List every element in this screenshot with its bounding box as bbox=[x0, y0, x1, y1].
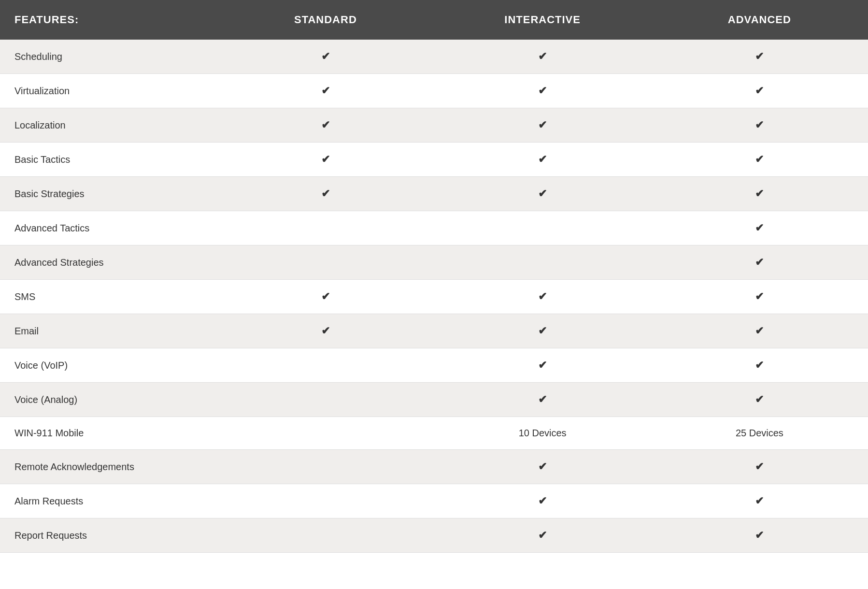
check-icon: ✔ bbox=[755, 325, 764, 337]
check-icon: ✔ bbox=[538, 153, 547, 165]
standard-cell bbox=[217, 450, 434, 484]
feature-name: WIN-911 Mobile bbox=[0, 417, 217, 450]
check-icon: ✔ bbox=[538, 187, 547, 200]
feature-name: Voice (Analog) bbox=[0, 383, 217, 417]
header-advanced: ADVANCED bbox=[651, 0, 868, 40]
interactive-cell: ✔ bbox=[434, 518, 651, 553]
table-row: WIN-911 Mobile10 Devices25 Devices bbox=[0, 417, 868, 450]
feature-name: Localization bbox=[0, 108, 217, 143]
table-row: Basic Tactics✔✔✔ bbox=[0, 143, 868, 177]
check-icon: ✔ bbox=[755, 495, 764, 507]
header-standard: STANDARD bbox=[217, 0, 434, 40]
interactive-cell: ✔ bbox=[434, 40, 651, 74]
features-table-container: FEATURES: STANDARD INTERACTIVE ADVANCED … bbox=[0, 0, 868, 589]
feature-name: Basic Strategies bbox=[0, 177, 217, 211]
check-icon: ✔ bbox=[321, 187, 330, 200]
standard-cell: ✔ bbox=[217, 40, 434, 74]
feature-name: Remote Acknowledgements bbox=[0, 450, 217, 484]
feature-name: SMS bbox=[0, 280, 217, 314]
check-icon: ✔ bbox=[538, 359, 547, 371]
standard-cell bbox=[217, 518, 434, 553]
check-icon: ✔ bbox=[755, 85, 764, 97]
advanced-cell: ✔ bbox=[651, 74, 868, 108]
check-icon: ✔ bbox=[321, 153, 330, 165]
check-icon: ✔ bbox=[538, 325, 547, 337]
check-icon: ✔ bbox=[755, 187, 764, 200]
interactive-cell: ✔ bbox=[434, 280, 651, 314]
table-row: Virtualization✔✔✔ bbox=[0, 74, 868, 108]
check-icon: ✔ bbox=[321, 325, 330, 337]
features-table: FEATURES: STANDARD INTERACTIVE ADVANCED … bbox=[0, 0, 868, 553]
table-row: Basic Strategies✔✔✔ bbox=[0, 177, 868, 211]
standard-cell: ✔ bbox=[217, 74, 434, 108]
check-icon: ✔ bbox=[538, 119, 547, 131]
standard-cell bbox=[217, 245, 434, 280]
check-icon: ✔ bbox=[538, 85, 547, 97]
table-header-row: FEATURES: STANDARD INTERACTIVE ADVANCED bbox=[0, 0, 868, 40]
interactive-cell: ✔ bbox=[434, 314, 651, 348]
check-icon: ✔ bbox=[755, 359, 764, 371]
table-row: Localization✔✔✔ bbox=[0, 108, 868, 143]
interactive-cell: ✔ bbox=[434, 348, 651, 383]
advanced-cell: ✔ bbox=[651, 245, 868, 280]
table-row: SMS✔✔✔ bbox=[0, 280, 868, 314]
advanced-cell: ✔ bbox=[651, 314, 868, 348]
standard-cell: ✔ bbox=[217, 280, 434, 314]
feature-name: Advanced Strategies bbox=[0, 245, 217, 280]
check-icon: ✔ bbox=[755, 119, 764, 131]
check-icon: ✔ bbox=[538, 290, 547, 302]
header-interactive: INTERACTIVE bbox=[434, 0, 651, 40]
feature-name: Voice (VoIP) bbox=[0, 348, 217, 383]
interactive-cell: ✔ bbox=[434, 484, 651, 518]
table-row: Email✔✔✔ bbox=[0, 314, 868, 348]
standard-cell bbox=[217, 484, 434, 518]
feature-name: Alarm Requests bbox=[0, 484, 217, 518]
standard-cell: ✔ bbox=[217, 143, 434, 177]
standard-cell bbox=[217, 383, 434, 417]
feature-name: Scheduling bbox=[0, 40, 217, 74]
table-row: Report Requests✔✔ bbox=[0, 518, 868, 553]
advanced-cell: ✔ bbox=[651, 348, 868, 383]
check-icon: ✔ bbox=[755, 50, 764, 62]
check-icon: ✔ bbox=[538, 50, 547, 62]
check-icon: ✔ bbox=[755, 153, 764, 165]
header-features: FEATURES: bbox=[0, 0, 217, 40]
check-icon: ✔ bbox=[321, 290, 330, 302]
interactive-cell bbox=[434, 245, 651, 280]
interactive-cell bbox=[434, 211, 651, 245]
standard-cell: ✔ bbox=[217, 108, 434, 143]
standard-cell bbox=[217, 348, 434, 383]
advanced-cell: ✔ bbox=[651, 280, 868, 314]
feature-name: Advanced Tactics bbox=[0, 211, 217, 245]
check-icon: ✔ bbox=[538, 495, 547, 507]
check-icon: ✔ bbox=[538, 529, 547, 541]
standard-cell: ✔ bbox=[217, 177, 434, 211]
advanced-cell: ✔ bbox=[651, 450, 868, 484]
check-icon: ✔ bbox=[755, 222, 764, 234]
check-icon: ✔ bbox=[755, 290, 764, 302]
check-icon: ✔ bbox=[755, 256, 764, 268]
check-icon: ✔ bbox=[538, 460, 547, 473]
advanced-cell: ✔ bbox=[651, 108, 868, 143]
advanced-cell: ✔ bbox=[651, 383, 868, 417]
interactive-cell: ✔ bbox=[434, 108, 651, 143]
check-icon: ✔ bbox=[321, 50, 330, 62]
feature-name: Report Requests bbox=[0, 518, 217, 553]
check-icon: ✔ bbox=[755, 460, 764, 473]
feature-name: Basic Tactics bbox=[0, 143, 217, 177]
interactive-cell: 10 Devices bbox=[434, 417, 651, 450]
standard-cell: ✔ bbox=[217, 314, 434, 348]
interactive-cell: ✔ bbox=[434, 177, 651, 211]
standard-cell bbox=[217, 211, 434, 245]
feature-name: Email bbox=[0, 314, 217, 348]
table-row: Advanced Strategies✔ bbox=[0, 245, 868, 280]
devices-text: 10 Devices bbox=[519, 428, 567, 438]
table-row: Voice (Analog)✔✔ bbox=[0, 383, 868, 417]
standard-cell bbox=[217, 417, 434, 450]
table-row: Voice (VoIP)✔✔ bbox=[0, 348, 868, 383]
interactive-cell: ✔ bbox=[434, 383, 651, 417]
advanced-cell: ✔ bbox=[651, 177, 868, 211]
table-row: Remote Acknowledgements✔✔ bbox=[0, 450, 868, 484]
check-icon: ✔ bbox=[538, 393, 547, 405]
check-icon: ✔ bbox=[755, 393, 764, 405]
